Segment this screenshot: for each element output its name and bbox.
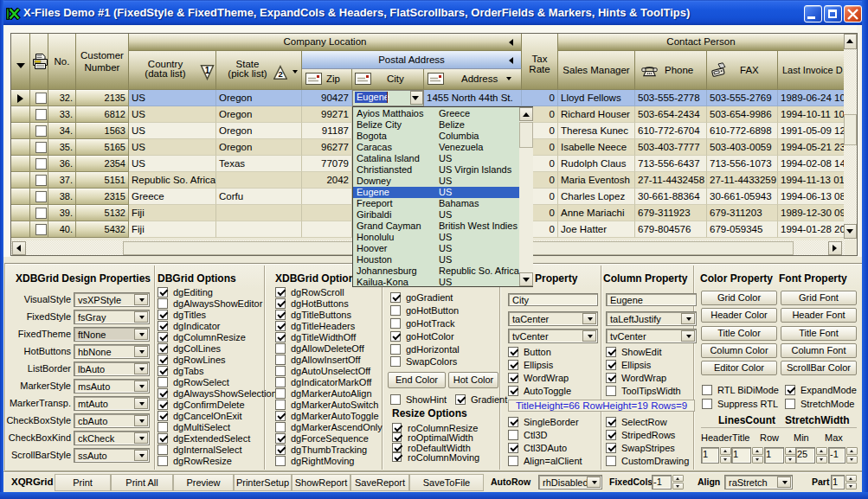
- svg-text:1: 1: [205, 66, 210, 75]
- svg-text:2: 2: [278, 69, 282, 79]
